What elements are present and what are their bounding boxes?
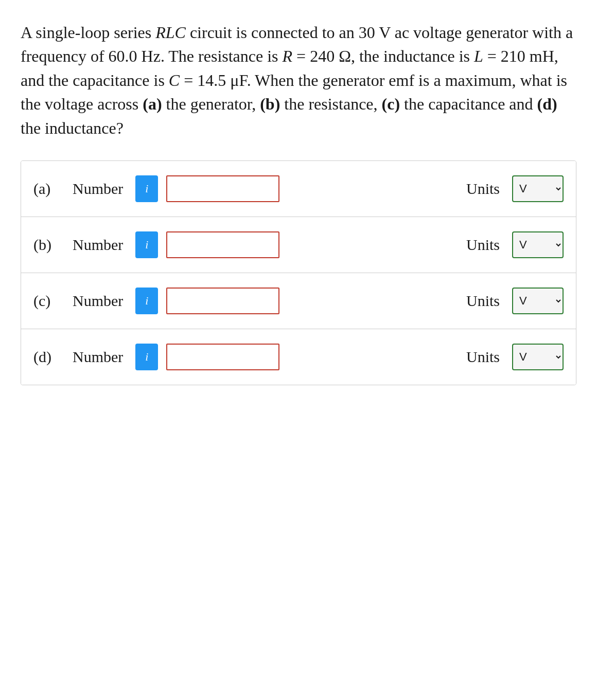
part-label-a: (a) [33, 180, 64, 198]
number-input-d[interactable] [166, 344, 279, 370]
info-button-b[interactable]: i [135, 231, 158, 258]
units-label-b: Units [466, 236, 500, 254]
row-right-a: Units V mV kV [466, 175, 564, 202]
part-label-d: (d) [33, 348, 64, 366]
units-select-a[interactable]: V mV kV [512, 175, 564, 202]
info-button-a[interactable]: i [135, 175, 158, 202]
info-button-c[interactable]: i [135, 288, 158, 314]
number-label-a: Number [73, 180, 123, 198]
part-label-c: (c) [33, 292, 64, 310]
answer-row-d: (d) Number i Units V mV kV [21, 329, 576, 385]
number-input-b[interactable] [166, 231, 279, 258]
number-label-b: Number [73, 236, 123, 254]
row-right-c: Units V mV kV [466, 288, 564, 314]
units-label-c: Units [466, 292, 500, 310]
row-right-d: Units V mV kV [466, 344, 564, 370]
units-label-a: Units [466, 180, 500, 198]
answer-row-c: (c) Number i Units V mV kV [21, 273, 576, 329]
number-label-c: Number [73, 292, 123, 310]
units-select-b[interactable]: V mV kV [512, 231, 564, 258]
part-label-b: (b) [33, 236, 64, 254]
units-select-d[interactable]: V mV kV [512, 344, 564, 370]
number-input-a[interactable] [166, 175, 279, 202]
answer-rows: (a) Number i Units V mV kV (b) Number i … [21, 160, 576, 385]
row-right-b: Units V mV kV [466, 231, 564, 258]
number-label-d: Number [73, 348, 123, 366]
number-input-c[interactable] [166, 288, 279, 314]
question-text: A single-loop series RLC circuit is conn… [21, 21, 576, 140]
answer-row-b: (b) Number i Units V mV kV [21, 217, 576, 273]
info-button-d[interactable]: i [135, 344, 158, 370]
units-label-d: Units [466, 348, 500, 366]
units-select-c[interactable]: V mV kV [512, 288, 564, 314]
answer-row-a: (a) Number i Units V mV kV [21, 161, 576, 217]
